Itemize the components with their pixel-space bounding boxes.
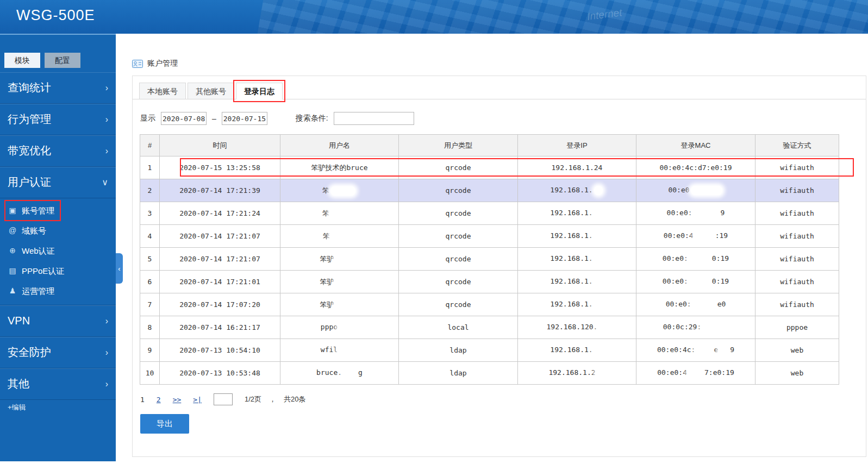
cell-mac: 00:e0 xyxy=(636,179,755,202)
cell-text: 192.168.1. xyxy=(550,346,592,354)
sidebar-tab-config[interactable]: 配置 xyxy=(45,53,80,68)
cell-time: 2020-07-13 10:54:10 xyxy=(160,339,280,362)
sidebar-tab-module[interactable]: 模块 xyxy=(4,53,40,68)
sidebar-item-label: PPPoE认证 xyxy=(22,262,64,280)
tab-login-log[interactable]: 登录日志 xyxy=(236,83,283,99)
page-2-link[interactable]: 2 xyxy=(157,396,161,404)
table-row[interactable]: 32020-07-14 17:21:24笨qrcode192.168.1.00:… xyxy=(140,202,839,225)
sidebar-item-vpn[interactable]: VPN› xyxy=(0,305,116,337)
cell-time: 2020-07-14 17:21:07 xyxy=(160,248,280,271)
cell-num: 2 xyxy=(140,179,160,202)
cell-ip: 192.168.1. xyxy=(518,179,636,202)
cell-num: 1 xyxy=(140,156,160,179)
cell-text: 00:e0: xyxy=(663,277,688,285)
blur-patch xyxy=(598,323,606,332)
sidebar-item-label: 运营管理 xyxy=(22,282,54,300)
app-header: WSG-500E Internet xyxy=(0,0,868,34)
search-condition-input[interactable] xyxy=(334,112,414,125)
sidebar-item-behavior-mgmt[interactable]: 行为管理› xyxy=(0,104,116,135)
cell-time: 2020-07-14 17:21:39 xyxy=(160,179,280,202)
sidebar-item-bandwidth-opt[interactable]: 带宽优化› xyxy=(0,135,116,167)
table-row[interactable]: 22020-07-14 17:21:39笨qrcode192.168.1.00:… xyxy=(140,179,839,202)
sidebar-item-label: Web认证 xyxy=(22,242,55,260)
cell-text: 00:e0: xyxy=(667,209,692,217)
table-row[interactable]: 12020-07-15 13:25:58笨驴技术的bruceqrcode192.… xyxy=(140,156,839,179)
sidebar-item-query-stats[interactable]: 查询统计› xyxy=(0,72,116,104)
table-row[interactable]: 72020-07-14 17:07:20笨驴qrcode192.168.1.00… xyxy=(140,293,839,316)
highlighted-item-wrap: ▣账号管理 xyxy=(5,201,60,220)
sidebar-edit-link[interactable]: +编辑 xyxy=(8,403,26,412)
app-title: WSG-500E xyxy=(16,7,95,24)
last-page-link[interactable]: >| xyxy=(193,396,202,404)
date-from-input[interactable] xyxy=(161,112,207,125)
cell-text: :19 xyxy=(715,231,728,240)
blur-patch xyxy=(330,209,355,218)
date-to-input[interactable] xyxy=(222,112,267,125)
cell-time: 2020-07-13 10:53:48 xyxy=(160,362,280,385)
item-wrap: ▤PPPoE认证 xyxy=(5,261,70,280)
table-row[interactable]: 92020-07-13 10:54:10wfilldap192.168.1.00… xyxy=(140,339,839,362)
tab-other-accounts[interactable]: 其他账号 xyxy=(188,83,234,99)
search-condition-label: 搜索条件: xyxy=(296,114,328,123)
main-content: 账户管理 本地账号其他账号登录日志 显示 – 搜索条件: #时间用户名用户类型登… xyxy=(116,34,868,470)
blur-patch xyxy=(719,346,729,355)
pppoe-card-icon: ▤ xyxy=(8,262,17,280)
cell-type: qrcode xyxy=(399,156,518,179)
cell-text: 192.168.1. xyxy=(550,186,592,194)
keyboard-watermark: Internet xyxy=(586,7,623,23)
sidebar-item-security[interactable]: 安全防护› xyxy=(0,337,116,368)
sidebar-item-domain-account[interactable]: @域账号 xyxy=(0,221,116,241)
sidebar-item-account-mgmt[interactable]: ▣账号管理 xyxy=(0,201,116,221)
sidebar-menu: 查询统计›行为管理›带宽优化›用户认证∨▣账号管理@域账号⊕Web认证▤PPPo… xyxy=(0,72,116,400)
sidebar-collapse-handle[interactable]: ‹ xyxy=(116,253,123,284)
cell-text: 192.168.1. xyxy=(550,231,592,240)
cell-num: 9 xyxy=(140,339,160,362)
sidebar-item-user-auth[interactable]: 用户认证∨ xyxy=(0,167,116,198)
at-icon: @ xyxy=(8,222,17,240)
table-row[interactable]: 42020-07-14 17:21:07笨qrcode192.168.1.00:… xyxy=(140,225,839,248)
sidebar-item-web-auth[interactable]: ⊕Web认证 xyxy=(0,241,116,261)
cell-text: 笨 xyxy=(323,232,330,240)
table-row[interactable]: 52020-07-14 17:21:07笨驴qrcode192.168.1.00… xyxy=(140,248,839,271)
cell-ip: 192.168.1. xyxy=(518,339,636,362)
cell-user: 笨驴 xyxy=(280,271,399,293)
table-row[interactable]: 102020-07-13 10:53:48bruce.gldap192.168.… xyxy=(140,362,839,385)
table-row[interactable]: 62020-07-14 17:21:01笨驴qrcode192.168.1.00… xyxy=(140,271,839,293)
cell-text: 0:19 xyxy=(712,277,729,285)
export-button[interactable]: 导出 xyxy=(140,414,189,434)
item-wrap: ♟运营管理 xyxy=(5,281,60,300)
table-body: 12020-07-15 13:25:58笨驴技术的bruceqrcode192.… xyxy=(140,156,839,385)
cell-auth: web xyxy=(755,362,839,385)
cell-text: 9 xyxy=(730,346,734,354)
sidebar-item-operation-mgmt[interactable]: ♟运营管理 xyxy=(0,281,116,302)
cell-type: qrcode xyxy=(399,225,518,248)
cell-num: 4 xyxy=(140,225,160,248)
cell-type: qrcode xyxy=(399,202,518,225)
sidebar-item-label: 账号管理 xyxy=(22,202,54,220)
chevron-down-icon: ∨ xyxy=(102,177,108,187)
table-row[interactable]: 82020-07-14 16:21:17pppolocal192.168.120… xyxy=(140,316,839,339)
blur-patch xyxy=(691,186,722,195)
sidebar-item-others[interactable]: 其他› xyxy=(0,368,116,400)
cell-time: 2020-07-14 16:21:17 xyxy=(160,316,280,339)
cell-auth: wifiauth xyxy=(755,271,839,293)
content-panel: 本地账号其他账号登录日志 显示 – 搜索条件: #时间用户名用户类型登录IP登录… xyxy=(132,76,866,457)
cell-text: 192.168.1. xyxy=(550,209,592,217)
login-log-table-wrap: #时间用户名用户类型登录IP登录MAC验证方式 12020-07-15 13:2… xyxy=(140,134,856,385)
cell-ip: 192.168.1. xyxy=(518,248,636,271)
blur-patch xyxy=(331,232,355,241)
blur-patch xyxy=(335,255,358,264)
cell-text: 笨驴 xyxy=(320,278,334,286)
cell-user: 笨 xyxy=(280,202,399,225)
cell-time: 2020-07-14 17:21:01 xyxy=(160,271,280,293)
sidebar-item-pppoe-auth[interactable]: ▤PPPoE认证 xyxy=(0,261,116,281)
cell-num: 5 xyxy=(140,248,160,271)
chevron-right-icon: › xyxy=(105,146,108,156)
cell-user: pppo xyxy=(280,316,399,339)
page-jump-input[interactable] xyxy=(214,393,233,405)
tab-local-accounts[interactable]: 本地账号 xyxy=(139,83,186,99)
cell-mac: 00:e0:4c:e9 xyxy=(636,339,755,362)
blur-patch xyxy=(689,254,711,264)
cell-text: pppo xyxy=(321,323,338,331)
next-page-link[interactable]: >> xyxy=(173,396,182,404)
